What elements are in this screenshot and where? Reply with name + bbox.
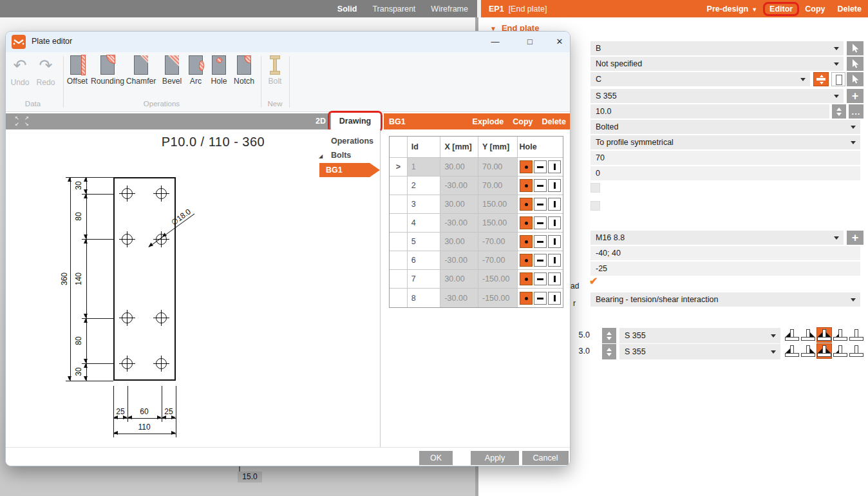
table-row[interactable]: 730.00-150.00 (390, 270, 563, 289)
add-bolt-assembly-button[interactable]: + (847, 231, 863, 245)
weld-material-select[interactable]: S 355 (619, 344, 780, 359)
plate-orientation-vertical-button[interactable] (831, 72, 845, 86)
weld-butt-button[interactable] (849, 343, 864, 359)
more-options-button[interactable]: ... (849, 104, 863, 119)
weld-fillet-left-button[interactable] (784, 343, 800, 359)
hole-slot-vertical-button[interactable] (548, 235, 561, 248)
apply-button[interactable]: Apply (471, 451, 519, 465)
tree-item-operations[interactable]: Operations (331, 137, 373, 146)
hole-slot-vertical-button[interactable] (548, 292, 561, 305)
table-row[interactable]: 4-30.00150.00 (390, 214, 563, 233)
hole-slot-horizontal-button[interactable] (534, 254, 547, 267)
close-button[interactable]: ✕ (549, 35, 570, 49)
shear-transfer-select[interactable]: Bearing - tension/shear interaction (590, 292, 860, 307)
type-select[interactable]: Not specified (590, 57, 844, 71)
view-mode-wireframe[interactable]: Wireframe (431, 5, 468, 14)
bolt-offset-input[interactable]: -25 (590, 262, 860, 276)
weld-material-select[interactable]: S 355 (619, 328, 780, 343)
hole-slot-horizontal-button[interactable] (534, 292, 547, 305)
delete-button[interactable]: Delete (837, 5, 862, 14)
weld-bevel-button[interactable] (833, 327, 848, 343)
hole-circular-button[interactable] (520, 179, 533, 192)
pick-member-button[interactable] (847, 41, 863, 55)
weld-fillet-right-button[interactable] (800, 327, 816, 343)
hole-slot-vertical-button[interactable] (548, 254, 561, 267)
delete-group-button[interactable]: Delete (542, 117, 566, 126)
position-select[interactable]: To profile symmetrical (590, 135, 860, 149)
hole-slot-vertical-button[interactable] (548, 198, 561, 211)
hole-slot-vertical-button[interactable] (548, 160, 561, 173)
pick-plate-button[interactable] (847, 72, 863, 86)
hole-slot-horizontal-button[interactable] (534, 160, 547, 173)
hole-circular-button[interactable] (520, 292, 533, 305)
copy-group-button[interactable]: Copy (513, 117, 533, 126)
plate-orientation-horizontal-button[interactable] (813, 72, 829, 86)
thickness-stepper[interactable] (832, 104, 846, 119)
view-mode-solid[interactable]: Solid (337, 5, 357, 14)
table-row[interactable]: 530.00-70.00 (390, 233, 563, 251)
bolt-assembly-select[interactable]: M16 8.8 (590, 231, 844, 245)
bolt-positions-input[interactable]: -40; 40 (590, 246, 860, 260)
tab-2d[interactable]: 2D (316, 113, 326, 129)
hole-circular-button[interactable] (520, 216, 533, 229)
tree-item-bolts[interactable]: Bolts (331, 151, 351, 160)
view-mode-transparent[interactable]: Transparent (372, 5, 415, 14)
hole-circular-button[interactable] (520, 272, 533, 285)
hole-slot-horizontal-button[interactable] (534, 216, 547, 229)
hole-slot-horizontal-button[interactable] (534, 179, 547, 192)
offset-input-1[interactable]: 70 (590, 151, 860, 165)
table-row[interactable]: 6-30.00-70.00 (390, 251, 563, 270)
checkbox-2[interactable] (590, 201, 600, 211)
hole-slot-vertical-button[interactable] (548, 179, 561, 192)
cell-hole (518, 195, 563, 214)
redo-button[interactable]: ↷ Redo (33, 55, 59, 87)
table-row[interactable]: 2-30.0070.00 (390, 176, 563, 195)
thickness-input[interactable]: 10.0 (590, 104, 829, 119)
cancel-button[interactable]: Cancel (522, 451, 569, 465)
table-row[interactable]: 8-30.00-150.00 (390, 289, 563, 307)
pick-type-button[interactable] (847, 57, 863, 71)
minimize-button[interactable]: — (485, 35, 505, 49)
maximize-button[interactable]: □ (520, 35, 540, 49)
hole-circular-button[interactable] (520, 198, 533, 211)
dialog-title-bar[interactable]: Plate editor — □ ✕ (6, 32, 570, 52)
ok-button[interactable]: OK (419, 451, 453, 465)
tree-item-bg1[interactable]: BG1 (319, 163, 380, 177)
bolt-button[interactable]: Bolt (261, 55, 289, 86)
offset-input-2[interactable]: 0 (590, 166, 860, 180)
shear-plane-checkbox[interactable]: ✔ (589, 276, 598, 287)
connection-type-select[interactable]: Bolted (590, 120, 860, 134)
hole-slot-horizontal-button[interactable] (534, 272, 547, 285)
hole-circular-button[interactable] (520, 160, 533, 173)
hole-slot-horizontal-button[interactable] (534, 198, 547, 211)
checkbox-1[interactable] (590, 183, 600, 193)
hole-circular-button[interactable] (520, 254, 533, 267)
tab-drawing[interactable]: Drawing (331, 113, 379, 129)
weld-fillet-both-button[interactable] (816, 327, 832, 343)
weld-bevel-button[interactable] (833, 343, 848, 359)
notch-button[interactable]: Notch (227, 55, 261, 86)
hole-slot-vertical-button[interactable] (548, 216, 561, 229)
weld-fillet-left-button[interactable] (784, 327, 800, 343)
weld-fillet-right-button[interactable] (800, 343, 816, 359)
hole-slot-vertical-button[interactable] (548, 272, 561, 285)
undo-button[interactable]: ↶ Undo (7, 55, 33, 87)
table-row[interactable]: 330.00150.00 (390, 195, 563, 214)
weld-size-stepper[interactable] (602, 328, 616, 343)
weld-butt-button[interactable] (849, 327, 864, 343)
material-select[interactable]: S 355 (590, 89, 844, 103)
member-select[interactable]: B (590, 41, 844, 55)
weld-fillet-both-button[interactable] (816, 343, 832, 359)
copy-button[interactable]: Copy (805, 5, 825, 14)
expander-icon[interactable]: ◢ (319, 153, 323, 159)
predesign-button[interactable]: Pre-design▼ (707, 5, 758, 14)
editor-button[interactable]: Editor (769, 5, 793, 14)
explode-button[interactable]: Explode (473, 117, 504, 126)
plate-member-select[interactable]: C (590, 72, 810, 86)
hole-circular-button[interactable] (520, 235, 533, 248)
weld-size-stepper[interactable] (602, 344, 616, 359)
fullscreen-icon[interactable]: ↖ ↗↙ ↘ (15, 115, 31, 127)
hole-slot-horizontal-button[interactable] (534, 235, 547, 248)
table-row[interactable]: >130.0070.00 (390, 158, 563, 176)
add-material-button[interactable]: + (847, 89, 863, 103)
